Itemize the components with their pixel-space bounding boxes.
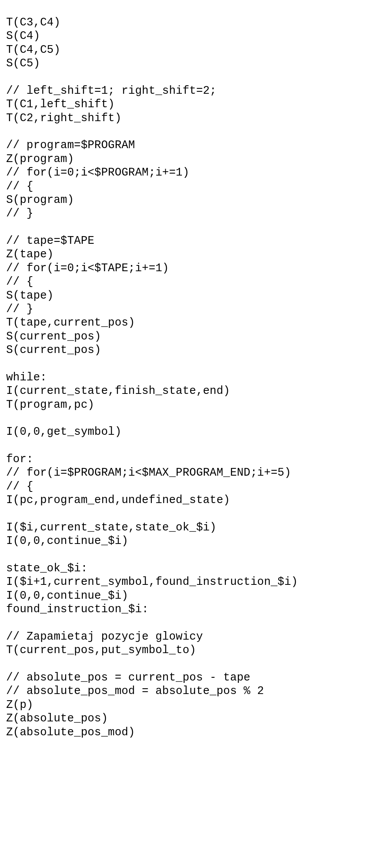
code-block: T(C3,C4) S(C4) T(C4,C5) S(C5) // left_sh… bbox=[6, 16, 364, 739]
